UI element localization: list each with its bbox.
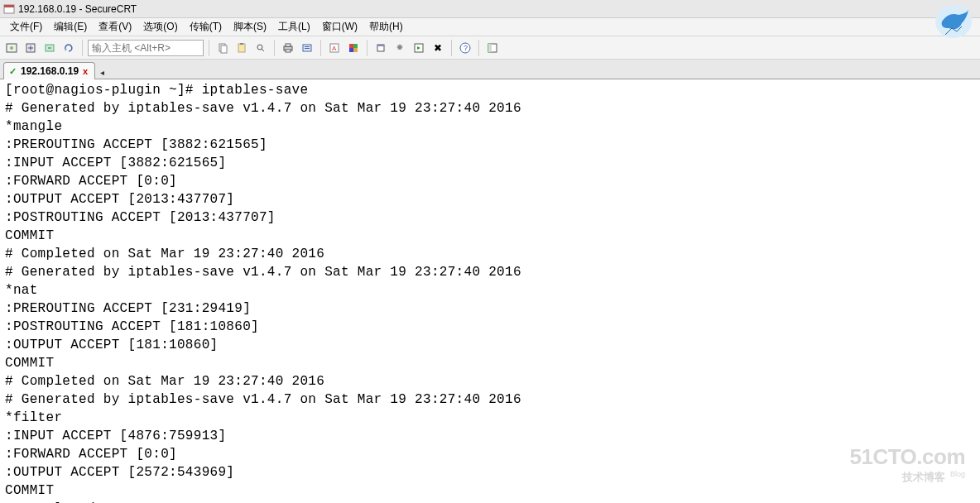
terminal-output[interactable]: [root@nagios-plugin ~]# iptables-save # … — [0, 79, 980, 503]
toolbar-separator — [274, 40, 275, 56]
toolbar-separator — [82, 40, 83, 56]
menubar: 文件(F) 编辑(E) 查看(V) 选项(O) 传输(T) 脚本(S) 工具(L… — [0, 18, 980, 36]
svg-rect-23 — [353, 48, 358, 52]
svg-rect-8 — [221, 46, 227, 53]
toolbar-separator — [451, 40, 452, 56]
quick-connect-button[interactable] — [22, 40, 39, 56]
reconnect-button[interactable] — [60, 40, 77, 56]
toolbar-separator — [320, 40, 321, 56]
print-button[interactable] — [280, 40, 296, 56]
svg-rect-25 — [377, 45, 384, 46]
color-button[interactable] — [345, 40, 362, 56]
menu-tools[interactable]: 工具(L) — [273, 18, 315, 36]
app-icon — [3, 3, 15, 15]
toolbar-separator — [209, 40, 209, 56]
toggle-sidebar-button[interactable] — [484, 40, 501, 56]
svg-rect-9 — [238, 44, 245, 52]
session-tab[interactable]: ✓ 192.168.0.19 x — [3, 62, 95, 79]
svg-rect-21 — [353, 44, 358, 48]
tab-label: 192.168.0.19 — [21, 65, 79, 77]
svg-rect-16 — [305, 46, 310, 47]
svg-rect-30 — [488, 44, 492, 52]
svg-rect-20 — [349, 44, 353, 48]
svg-point-4 — [10, 46, 13, 50]
menu-script[interactable]: 脚本(S) — [228, 18, 271, 36]
host-input[interactable] — [88, 40, 204, 56]
tabbar: ✓ 192.168.0.19 x ◂ — [0, 60, 980, 79]
tab-list-dropdown[interactable]: ◂ — [97, 66, 108, 79]
close-tab-button[interactable]: x — [83, 66, 88, 76]
copy-button[interactable] — [214, 40, 231, 56]
menu-help[interactable]: 帮助(H) — [364, 18, 408, 36]
bird-logo — [934, 3, 973, 43]
connect-button[interactable] — [3, 40, 20, 56]
settings-button[interactable] — [392, 40, 408, 56]
svg-rect-1 — [4, 5, 14, 7]
menu-edit[interactable]: 编辑(E) — [49, 18, 92, 36]
menu-file[interactable]: 文件(F) — [5, 18, 47, 36]
menu-options[interactable]: 选项(O) — [138, 18, 182, 36]
svg-rect-14 — [286, 50, 291, 52]
toolbar-separator — [367, 40, 368, 56]
script-run-button[interactable] — [411, 40, 427, 56]
connected-icon: ✓ — [9, 66, 17, 77]
titlebar: 192.168.0.19 - SecureCRT — [0, 0, 980, 18]
menu-transfer[interactable]: 传输(T) — [185, 18, 227, 36]
find-button[interactable] — [252, 40, 269, 56]
toolbar-separator — [478, 40, 479, 56]
help-button[interactable]: ? — [457, 40, 473, 56]
new-window-button[interactable] — [372, 40, 389, 56]
menu-view[interactable]: 查看(V) — [94, 18, 137, 36]
script-stop-button[interactable]: ✖ — [430, 40, 446, 56]
svg-rect-13 — [286, 44, 291, 46]
font-button[interactable]: A — [326, 40, 343, 56]
svg-text:A: A — [332, 45, 337, 52]
svg-rect-17 — [305, 48, 310, 49]
svg-text:?: ? — [464, 44, 468, 52]
toolbar: A ✖ ? — [0, 36, 980, 60]
disconnect-button[interactable] — [41, 40, 58, 56]
paste-button[interactable] — [233, 40, 250, 56]
window-title: 192.168.0.19 - SecureCRT — [18, 3, 137, 15]
menu-window[interactable]: 窗口(W) — [317, 18, 363, 36]
svg-rect-10 — [240, 43, 243, 45]
session-options-button[interactable] — [299, 40, 315, 56]
svg-rect-22 — [349, 48, 353, 52]
